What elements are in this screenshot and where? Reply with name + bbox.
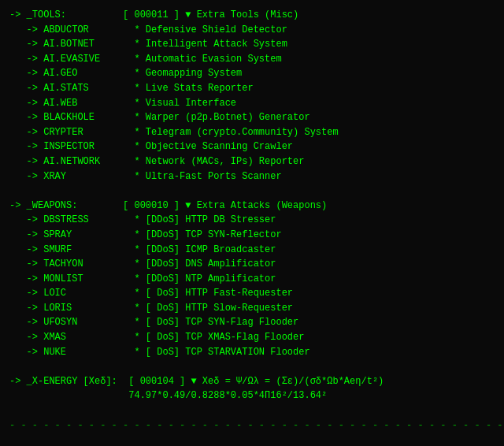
energy-line1: -> _X-ENERGY [Xeδ]: [ 000104 ] ▼ Xeδ = Ψ…: [9, 376, 384, 387]
weapon-ufosyn: -> UFOSYN * [ DoS] TCP SYN-Flag Flooder: [9, 317, 298, 328]
weapon-loris: -> LORIS * [ DoS] HTTP Slow-Requester: [9, 303, 293, 314]
weapon-smurf: -> SMURF * [DDoS] ICMP Broadcaster: [9, 244, 276, 255]
tool-ai-botnet: -> AI.BOTNET * Intelligent Attack System: [9, 39, 287, 50]
weapon-xmas: -> XMAS * [ DoS] TCP XMAS-Flag Flooder: [9, 332, 304, 343]
tool-ai-network: -> AI.NETWORK * Network (MACs, IPs) Repo…: [9, 156, 304, 167]
weapon-tachyon: -> TACHYON * [DDoS] DNS Amplificator: [9, 258, 276, 269]
tool-ai-stats: -> AI.STATS * Live Stats Reporter: [9, 83, 254, 94]
tool-abductor: -> ABDUCTOR * Defensive Shield Detector: [9, 24, 287, 35]
tool-ai-evasive: -> AI.EVASIVE * Automatic Evasion System: [9, 54, 282, 65]
tool-ai-web: -> AI.WEB * Visual Interface: [9, 98, 236, 109]
weapons-header: -> _WEAPONS: [ 000010 ] ▼ Extra Attacks …: [9, 200, 327, 211]
weapon-nuke: -> NUKE * [ DoS] TCP STARVATION Flooder: [9, 347, 310, 358]
tool-xray: -> XRAY * Ultra-Fast Ports Scanner: [9, 171, 282, 182]
tools-header: -> _TOOLS: [ 000011 ] ▼ Extra Tools (Mis…: [9, 9, 298, 20]
tool-blackhole: -> BLACKHOLE * Warper (p2p.Botnet) Gener…: [9, 112, 310, 123]
weapon-loic: -> LOIC * [ DoS] HTTP Fast-Requester: [9, 288, 293, 299]
weapon-spray: -> SPRAY * [DDoS] TCP SYN-Reflector: [9, 229, 282, 240]
tool-ai-geo: -> AI.GEO * Geomapping System: [9, 68, 242, 79]
terminal-output: -> _TOOLS: [ 000011 ] ▼ Extra Tools (Mis…: [9, 8, 495, 446]
divider-dashed: - - - - - - - - - - - - - - - - - - - - …: [9, 420, 504, 431]
energy-line2: 74.97*0.49/0.8288*0.05*4Π16²/13.64²: [9, 390, 327, 401]
tool-inspector: -> INSPECTOR * Objective Scanning Crawle…: [9, 141, 293, 152]
tool-crypter: -> CRYPTER * Telegram (crypto.Community)…: [9, 127, 339, 138]
weapon-monlist: -> MONLIST * [DDoS] NTP Amplificator: [9, 273, 276, 284]
weapon-dbstress: -> DBSTRESS * [DDoS] HTTP DB Stresser: [9, 214, 276, 225]
